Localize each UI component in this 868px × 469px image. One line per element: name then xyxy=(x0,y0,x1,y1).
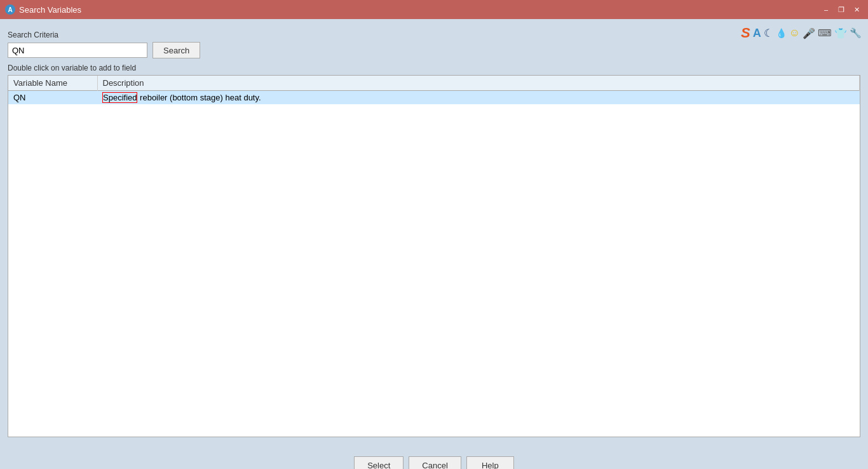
drop-icon[interactable]: 💧 xyxy=(776,28,787,38)
highlighted-specified: Specified xyxy=(102,92,137,103)
title-bar-left: A Search Variables xyxy=(5,4,81,15)
cancel-button[interactable]: Cancel xyxy=(409,456,461,469)
minimize-button[interactable]: – xyxy=(820,4,832,15)
close-button[interactable]: ✕ xyxy=(850,4,863,15)
mic-icon[interactable]: 🎤 xyxy=(803,27,815,39)
s-logo-icon[interactable]: S xyxy=(741,25,750,41)
window-controls: – ❐ ✕ xyxy=(820,4,863,15)
variables-table: Variable Name Description QN Specified r… xyxy=(8,76,860,104)
restore-button[interactable]: ❐ xyxy=(835,4,848,15)
window-title: Search Variables xyxy=(19,5,81,15)
table-header-row: Variable Name Description xyxy=(8,76,860,91)
description-rest: reboiler (bottom stage) heat duty. xyxy=(137,93,261,102)
cell-description: Specified reboiler (bottom stage) heat d… xyxy=(97,91,860,105)
table-row[interactable]: QN Specified reboiler (bottom stage) hea… xyxy=(8,91,860,105)
title-bar: A Search Variables – ❐ ✕ xyxy=(0,0,868,19)
search-row: Search xyxy=(8,42,860,58)
col-header-variable-name: Variable Name xyxy=(8,76,97,91)
wrench-icon[interactable]: 🔧 xyxy=(850,27,862,39)
instructions-text: Double click on variable to add to field xyxy=(8,64,860,72)
moon-icon[interactable]: ☾ xyxy=(764,27,773,40)
col-header-description: Description xyxy=(97,76,860,91)
a-icon[interactable]: A xyxy=(753,27,761,40)
smiley-icon[interactable]: ☺ xyxy=(789,27,800,39)
keyboard-icon[interactable]: ⌨ xyxy=(818,27,832,39)
app-icon: A xyxy=(5,4,15,15)
search-criteria-section: Search Criteria Search xyxy=(8,31,860,58)
search-criteria-label: Search Criteria xyxy=(8,31,860,39)
cell-variable-name: QN xyxy=(8,91,97,105)
shirt-icon[interactable]: 👕 xyxy=(834,27,847,39)
main-content: Search Criteria Search Double click on v… xyxy=(0,19,868,450)
help-button[interactable]: Help xyxy=(466,456,514,469)
table-container: Variable Name Description QN Specified r… xyxy=(8,75,860,437)
select-button[interactable]: Select xyxy=(354,456,403,469)
top-icons-bar: S A ☾ 💧 ☺ 🎤 ⌨ 👕 🔧 xyxy=(741,20,862,46)
bottom-buttons: Select Cancel Help xyxy=(0,450,868,469)
search-input[interactable] xyxy=(8,43,147,58)
search-button[interactable]: Search xyxy=(153,42,200,58)
